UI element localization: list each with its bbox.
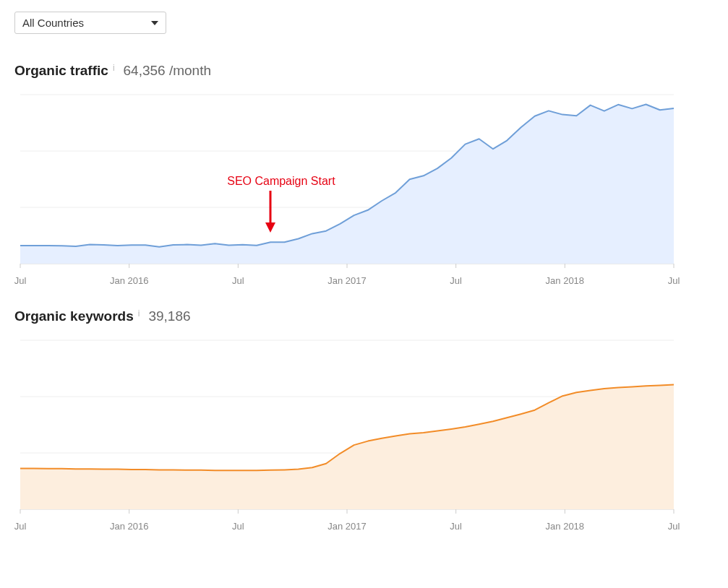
keywords-title: Organic keywords xyxy=(14,308,134,324)
x-tick-label: Jan 2017 xyxy=(327,521,367,532)
traffic-chart: 025K50K75K JulJan 2016JulJan 2017JulJan … xyxy=(14,92,714,272)
keywords-x-axis: JulJan 2016JulJan 2017JulJan 2018Jul xyxy=(14,521,714,535)
x-tick-label: Jul xyxy=(14,521,27,532)
x-tick-label: Jul xyxy=(668,521,680,532)
keywords-metric-row: Organic keywords i 39,186 xyxy=(14,308,714,324)
x-tick-label: Jan 2016 xyxy=(110,521,149,532)
keywords-chart-svg xyxy=(14,337,680,518)
x-tick-label: Jan 2017 xyxy=(327,275,367,286)
x-tick-label: Jul xyxy=(450,275,462,286)
x-tick-label: Jul xyxy=(232,275,244,286)
x-tick-label: Jul xyxy=(232,521,244,532)
traffic-x-axis: JulJan 2016JulJan 2017JulJan 2018Jul xyxy=(14,275,714,290)
x-tick-label: Jul xyxy=(668,275,680,286)
traffic-chart-svg xyxy=(14,92,680,272)
country-dropdown[interactable]: All Countries xyxy=(14,12,166,34)
traffic-metric-row: Organic traffic i 64,356 /month xyxy=(14,63,714,79)
x-tick-label: Jan 2016 xyxy=(110,275,149,286)
info-icon[interactable]: i xyxy=(138,308,140,319)
traffic-value: 64,356 /month xyxy=(124,63,211,79)
x-tick-label: Jul xyxy=(14,275,27,286)
x-tick-label: Jan 2018 xyxy=(546,275,585,286)
x-tick-label: Jul xyxy=(450,521,462,532)
page-root: All Countries Organic traffic i 64,356 /… xyxy=(0,0,728,588)
keywords-chart: 020K40K60K JulJan 2016JulJan 2017JulJan … xyxy=(14,337,714,518)
chevron-down-icon xyxy=(151,21,158,25)
country-dropdown-label: All Countries xyxy=(22,17,84,29)
keywords-value: 39,186 xyxy=(148,308,190,324)
x-tick-label: Jan 2018 xyxy=(546,521,585,532)
info-icon[interactable]: i xyxy=(113,63,115,73)
traffic-title: Organic traffic xyxy=(14,63,108,79)
